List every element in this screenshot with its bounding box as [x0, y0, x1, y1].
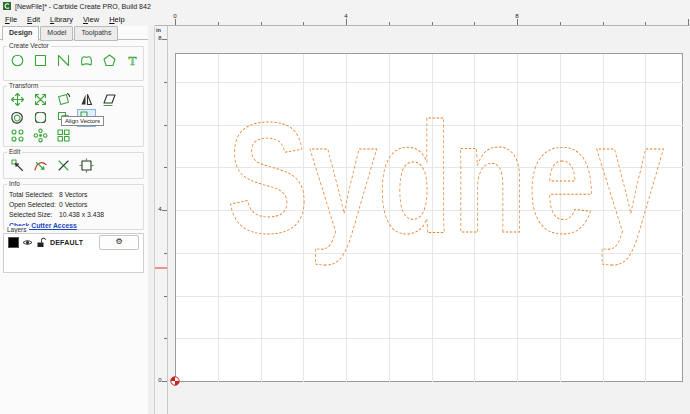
- text-tool-icon[interactable]: T: [124, 53, 141, 69]
- h-ruler-label: 0: [173, 13, 176, 19]
- ruler-tick: [164, 253, 167, 254]
- ruler-tick: [175, 19, 176, 25]
- ruler-tick: [261, 22, 262, 25]
- layer-row-default[interactable]: DEFAULT ⚙: [4, 234, 143, 251]
- ruler-corner: [155, 12, 168, 26]
- menu-item-edit[interactable]: Edit: [22, 15, 45, 24]
- tab-design[interactable]: Design: [2, 26, 39, 41]
- ruler-tick: [603, 22, 604, 25]
- sydney-vector-text[interactable]: Sydney: [227, 89, 664, 265]
- v-ruler-label: 8: [156, 35, 164, 41]
- mirror-tool-icon[interactable]: [78, 92, 95, 108]
- ruler-unit-label: in: [156, 27, 161, 33]
- linear-array-tool-icon[interactable]: [9, 128, 26, 144]
- open-selected-value: 0 Vectors: [59, 201, 87, 208]
- origin-marker-icon: [171, 377, 179, 385]
- circular-array-tool-icon[interactable]: [32, 128, 49, 144]
- menu-item-view[interactable]: View: [78, 15, 104, 24]
- app-logo-icon: [3, 2, 11, 10]
- svg-text:T: T: [128, 53, 136, 68]
- layer-color-swatch[interactable]: [8, 237, 19, 248]
- ruler-tick: [164, 167, 167, 168]
- create-vector-group: Create Vector T: [3, 46, 144, 81]
- menu-item-help[interactable]: Help: [104, 15, 129, 24]
- h-ruler-label: 8: [515, 13, 518, 19]
- horizontal-ruler: 048: [168, 12, 690, 26]
- scale-tool-icon[interactable]: [32, 92, 49, 108]
- ruler-tick: [560, 22, 561, 25]
- ruler-tick: [164, 296, 167, 297]
- move-tool-icon[interactable]: [9, 92, 26, 108]
- layer-name: DEFAULT: [50, 239, 83, 246]
- circle-tool-icon[interactable]: [9, 53, 26, 69]
- tab-model[interactable]: Model: [40, 26, 73, 41]
- carbide-create-window: [NewFile]* - Carbide Create PRO, Build 8…: [0, 0, 690, 414]
- ruler-tick: [432, 22, 433, 25]
- ruler-tick: [688, 19, 689, 25]
- ruler-tick: [164, 338, 167, 339]
- ruler-tick: [218, 22, 219, 25]
- create-vector-title: Create Vector: [7, 42, 51, 49]
- polygon-tool-icon[interactable]: [101, 53, 118, 69]
- selected-size-value: 10.438 x 3.438: [59, 211, 104, 218]
- total-selected-label: Total Selected:: [9, 191, 59, 198]
- v-ruler-label: 0: [156, 377, 164, 383]
- design-sidebar: Design Model Toolpaths Create Vector T T…: [0, 26, 149, 414]
- skew-tool-icon[interactable]: [101, 92, 118, 108]
- trim-vectors-tool-icon[interactable]: [55, 158, 72, 174]
- ruler-tick: [474, 22, 475, 25]
- layer-unlock-icon[interactable]: [36, 237, 47, 248]
- layers-list: DEFAULT ⚙: [3, 233, 144, 273]
- fillet-tool-icon[interactable]: [32, 110, 49, 126]
- h-ruler-label: 4: [344, 13, 347, 19]
- panel-scrollbar[interactable]: [148, 26, 155, 414]
- info-title: Info: [7, 180, 22, 187]
- offset-tool-icon[interactable]: [9, 110, 26, 126]
- ruler-tick: [517, 19, 518, 25]
- curve-edit-tool-icon[interactable]: [32, 158, 49, 174]
- polyline-tool-icon[interactable]: [55, 53, 72, 69]
- info-group: Info Total Selected:8 Vectors Open Selec…: [3, 184, 144, 230]
- ruler-tick: [645, 22, 646, 25]
- curve-tool-icon[interactable]: [78, 53, 95, 69]
- ruler-tick: [303, 22, 304, 25]
- menubar: FileEditLibraryViewHelp: [0, 12, 155, 26]
- transform-title: Transform: [7, 82, 40, 89]
- ruler-tick: [346, 19, 347, 25]
- join-vectors-tool-icon[interactable]: [78, 158, 95, 174]
- tab-toolpaths[interactable]: Toolpaths: [74, 26, 118, 41]
- grid-array-tool-icon[interactable]: [55, 128, 72, 144]
- vertical-ruler: in 048: [155, 26, 168, 414]
- edit-title: Edit: [7, 148, 22, 155]
- menu-item-library[interactable]: Library: [45, 15, 78, 24]
- tabbar: Design Model Toolpaths: [2, 26, 119, 40]
- rotate-tool-icon[interactable]: [55, 92, 72, 108]
- open-selected-label: Open Selected:: [9, 201, 59, 208]
- layers-title: Layers: [5, 226, 29, 233]
- layer-settings-gear-icon[interactable]: ⚙: [99, 235, 139, 250]
- selected-size-label: Selected Size:: [9, 211, 59, 218]
- menu-item-file[interactable]: File: [0, 15, 22, 24]
- v-ruler-label: 4: [156, 206, 164, 212]
- ruler-tick: [164, 125, 167, 126]
- ruler-mouse-position-indicator: [155, 267, 167, 269]
- layer-visibility-eye-icon[interactable]: [22, 238, 33, 247]
- edit-group: Edit: [3, 152, 144, 179]
- total-selected-value: 8 Vectors: [59, 191, 87, 198]
- ruler-tick: [389, 22, 390, 25]
- rectangle-tool-icon[interactable]: [32, 53, 49, 69]
- design-canvas[interactable]: Sydney: [168, 26, 690, 414]
- ruler-tick: [164, 82, 167, 83]
- node-edit-tool-icon[interactable]: [9, 158, 26, 174]
- window-title: [NewFile]* - Carbide Create PRO, Build 8…: [15, 3, 151, 10]
- align-vectors-tooltip: Align Vectors: [61, 116, 104, 126]
